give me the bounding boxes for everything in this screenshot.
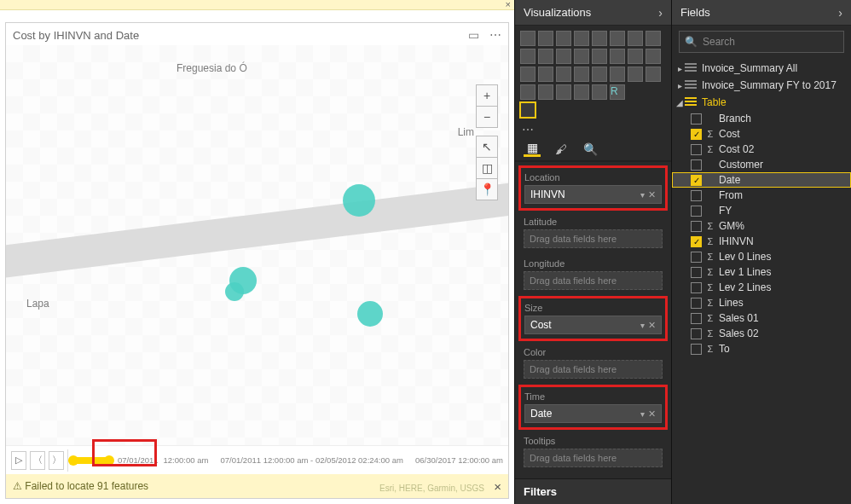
field-row[interactable]: ✓ΣCost (672, 126, 851, 142)
field-checkbox[interactable] (691, 282, 702, 293)
field-checkbox[interactable] (691, 298, 702, 309)
fields-search-input[interactable]: 🔍 Search (679, 31, 844, 53)
gauge-icon[interactable] (592, 67, 607, 82)
zoom-in-button[interactable]: + (476, 84, 498, 107)
donut-icon[interactable] (645, 49, 661, 64)
format-tab-icon[interactable]: 🖌 (553, 142, 570, 157)
field-checkbox[interactable] (691, 344, 702, 355)
pie-icon[interactable] (628, 49, 643, 64)
field-row[interactable]: ✓Date (672, 172, 851, 188)
zoom-out-button[interactable]: − (476, 106, 498, 128)
more-options-icon[interactable]: ⋯ (489, 28, 501, 42)
field-checkbox[interactable] (691, 206, 702, 217)
stacked-area-icon[interactable] (538, 49, 553, 64)
map-icon[interactable] (538, 67, 553, 82)
r-visual-icon[interactable]: R (610, 84, 625, 100)
field-row[interactable]: Branch (672, 111, 851, 126)
field-checkbox[interactable] (691, 313, 702, 324)
field-checkbox[interactable] (691, 267, 702, 278)
stacked-bar-icon[interactable] (520, 31, 535, 46)
prev-button[interactable]: 〈 (30, 451, 45, 470)
next-button[interactable]: 〉 (49, 451, 64, 470)
field-checkbox[interactable] (691, 252, 702, 263)
field-row[interactable]: ✓ΣIHINVN (672, 234, 851, 249)
field-checkbox[interactable] (691, 144, 702, 155)
field-checkbox[interactable] (691, 190, 702, 201)
field-checkbox[interactable] (691, 328, 702, 339)
stacked-column-100-icon[interactable] (610, 31, 625, 46)
analytics-tab-icon[interactable]: 🔍 (582, 142, 599, 157)
chevron-down-icon[interactable]: ▾ (640, 321, 645, 330)
more-visuals-icon[interactable]: ⋯ (515, 123, 671, 136)
focus-mode-icon[interactable]: ▭ (468, 28, 479, 42)
multi-row-card-icon[interactable] (628, 67, 643, 82)
field-row[interactable]: ΣLev 1 Lines (672, 264, 851, 280)
field-row[interactable]: ΣLev 0 Lines (672, 249, 851, 264)
well-slot[interactable]: Date ▾✕ (524, 404, 662, 423)
pane-header[interactable]: Visualizations › (515, 0, 671, 26)
pane-header[interactable]: Fields › (672, 0, 851, 26)
line-stacked-col-icon[interactable] (556, 49, 571, 64)
matrix-icon[interactable] (556, 84, 571, 100)
map-bubble[interactable] (343, 184, 375, 217)
close-icon[interactable]: × (506, 0, 511, 9)
filled-map-icon[interactable] (556, 67, 571, 82)
scatter-icon[interactable] (610, 49, 625, 64)
map-visual-card[interactable]: Cost by IHINVN and Date ▭ ⋯ Freguesia do… (5, 22, 509, 499)
table-icon[interactable] (538, 84, 553, 100)
remove-icon[interactable]: ✕ (648, 408, 656, 419)
field-checkbox[interactable]: ✓ (691, 175, 702, 186)
matrix-preview-icon[interactable] (574, 84, 589, 100)
arcgis-maps-icon[interactable] (520, 102, 535, 118)
field-row[interactable]: ΣSales 01 (672, 310, 851, 326)
play-button[interactable]: ▷ (11, 451, 26, 470)
card-icon[interactable] (610, 67, 625, 82)
line-clustered-col-icon[interactable] (574, 49, 589, 64)
chevron-down-icon[interactable]: ▾ (640, 190, 645, 200)
funnel-icon[interactable] (574, 67, 589, 82)
filters-section-header[interactable]: Filters (515, 478, 671, 504)
well-slot[interactable]: Cost ▾✕ (524, 316, 662, 334)
field-row[interactable]: From (672, 188, 851, 203)
field-checkbox[interactable]: ✓ (691, 129, 702, 140)
chevron-down-icon[interactable]: ▾ (640, 409, 645, 419)
treemap-icon[interactable] (520, 67, 535, 82)
stacked-column-icon[interactable] (556, 31, 571, 46)
field-checkbox[interactable] (691, 159, 702, 171)
remove-icon[interactable]: ✕ (648, 189, 656, 200)
field-row[interactable]: Customer (672, 157, 851, 172)
waterfall-icon[interactable] (592, 49, 607, 64)
well-slot[interactable]: Drag data fields here (524, 229, 663, 248)
map-bubble[interactable] (225, 282, 244, 301)
well-slot[interactable]: IHINVN ▾✕ (524, 185, 662, 204)
field-row[interactable]: ΣTo (672, 341, 851, 356)
well-slot[interactable]: Drag data fields here (524, 449, 663, 467)
timeline-track[interactable]: 07/01/2011 12:00:00 am 07/01/2011 12:00:… (67, 449, 503, 472)
line-chart-icon[interactable] (645, 31, 661, 46)
pin-tool-button[interactable]: 📍 (476, 178, 498, 200)
field-row[interactable]: ΣCost 02 (672, 142, 851, 157)
clustered-bar-icon[interactable] (538, 31, 553, 46)
field-checkbox[interactable] (691, 113, 702, 125)
clustered-column-icon[interactable] (574, 31, 589, 46)
close-icon[interactable]: × (494, 479, 501, 494)
map-bubble[interactable] (357, 301, 383, 327)
arcgis-map[interactable]: Freguesia do Ó Lim Lapa + − ↖ ◫ 📍 (6, 45, 508, 445)
timeline-range-handle[interactable] (72, 457, 111, 464)
table-preview-icon[interactable] (592, 84, 607, 100)
table-row[interactable]: ▸Invoice_Summary FY to 2017 (672, 77, 851, 94)
field-row[interactable]: ΣSales 02 (672, 326, 851, 341)
stacked-bar-100-icon[interactable] (592, 31, 607, 46)
area-chart-icon[interactable] (520, 49, 535, 64)
fields-tab-icon[interactable]: ▦ (524, 142, 541, 157)
field-checkbox[interactable] (691, 221, 702, 232)
pointer-tool-button[interactable]: ↖ (476, 136, 498, 158)
chevron-right-icon[interactable]: › (838, 6, 842, 20)
field-row[interactable]: ΣLines (672, 295, 851, 310)
well-slot[interactable]: Drag data fields here (524, 271, 663, 290)
select-tool-button[interactable]: ◫ (476, 157, 498, 179)
field-row[interactable]: FY (672, 203, 851, 218)
chevron-right-icon[interactable]: › (658, 6, 663, 20)
slicer-icon[interactable] (520, 84, 535, 100)
well-slot[interactable]: Drag data fields here (524, 360, 663, 379)
